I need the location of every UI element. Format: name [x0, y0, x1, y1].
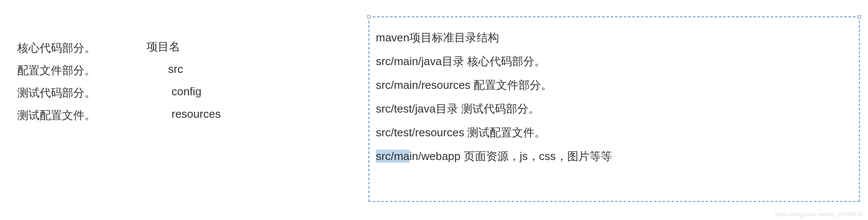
structure-line-1: 项目名 [147, 35, 221, 58]
box-line-5[interactable]: src/test/resources 测试配置文件。 [376, 121, 852, 145]
box-line-4[interactable]: src/test/java目录 测试代码部分。 [376, 97, 852, 121]
text-cursor[interactable]: i [409, 145, 412, 168]
box-line-2[interactable]: src/main/java目录 核心代码部分。 [376, 50, 852, 73]
box-line-6[interactable]: src/main/webapp 页面资源，js，css，图片等等 [376, 145, 852, 168]
structure-line-2: src [147, 58, 221, 80]
resize-handle-top-left[interactable] [367, 15, 371, 19]
box-line-6-rest[interactable]: n/webapp 页面资源，js，css，图片等等 [412, 150, 612, 163]
box-line-3[interactable]: src/main/resources 配置文件部分。 [376, 73, 852, 97]
box-line-1[interactable]: maven项目标准目录结构 [376, 26, 852, 50]
desc-line-4: 测试配置文件。 [17, 104, 96, 126]
left-description-list: 核心代码部分。 配置文件部分。 测试代码部分。 测试配置文件。 [17, 37, 96, 126]
structure-line-3: config [147, 80, 221, 103]
resize-handle-top-right[interactable] [858, 15, 861, 19]
structure-line-4: resources [147, 103, 221, 125]
watermark-text: https://blog.csdn.net/m0_37554426 [775, 211, 863, 217]
desc-line-2: 配置文件部分。 [17, 59, 96, 82]
desc-line-3: 测试代码部分。 [17, 82, 96, 104]
selected-text-box[interactable]: maven项目标准目录结构 src/main/java目录 核心代码部分。 sr… [368, 16, 860, 202]
selected-text-highlight[interactable]: src/ma [376, 150, 409, 163]
left-structure-list: 项目名 src config resources [147, 35, 221, 125]
desc-line-1: 核心代码部分。 [17, 37, 96, 59]
